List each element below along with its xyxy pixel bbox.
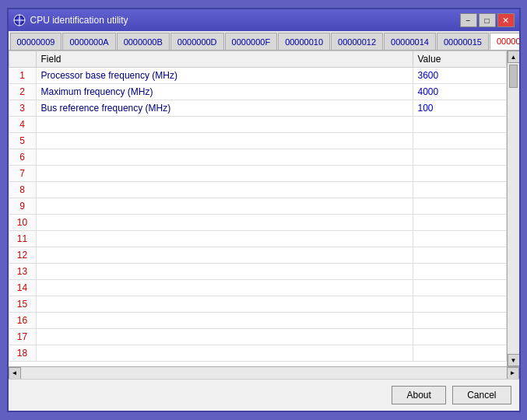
scroll-track <box>508 63 519 354</box>
cell-value: 3600 <box>413 68 506 84</box>
minimize-button[interactable]: − <box>460 13 477 27</box>
cell-row-num: 17 <box>9 329 36 345</box>
window-title: CPU identification utility <box>30 15 128 26</box>
table-row: 10 <box>9 215 506 231</box>
data-table: Field Value 1Processor base frequency (M… <box>9 51 507 362</box>
scroll-right-button[interactable]: ► <box>507 367 519 380</box>
table-row: 9 <box>9 198 506 215</box>
footer: About Cancel <box>9 379 519 411</box>
cell-value <box>413 329 506 345</box>
cell-field <box>36 166 413 182</box>
table-row: 5 <box>9 133 506 149</box>
cell-field <box>36 329 413 345</box>
cell-row-num: 18 <box>9 345 36 362</box>
about-button[interactable]: About <box>392 386 446 404</box>
table-row: 18 <box>9 345 506 362</box>
tab-00000010[interactable]: 00000010 <box>278 33 330 50</box>
cell-row-num: 15 <box>9 296 36 313</box>
tab-0000000F[interactable]: 0000000F <box>225 33 278 50</box>
cell-row-num: 2 <box>9 84 36 100</box>
cell-field <box>36 117 413 133</box>
table-wrapper: Field Value 1Processor base frequency (M… <box>9 51 519 366</box>
col-header-num <box>9 51 36 68</box>
table-row: 2Maximum frequency (MHz)4000 <box>9 84 506 100</box>
cell-field <box>36 231 413 247</box>
cell-row-num: 5 <box>9 133 36 149</box>
cell-field <box>36 345 413 362</box>
table-row: 12 <box>9 247 506 264</box>
table-row: 16 <box>9 313 506 329</box>
title-bar-left: CPU identification utility <box>13 14 128 26</box>
cell-value <box>413 280 506 296</box>
vertical-scrollbar: ▲ ▼ <box>507 51 519 366</box>
content-area: Field Value 1Processor base frequency (M… <box>9 51 519 379</box>
scroll-up-button[interactable]: ▲ <box>508 51 519 63</box>
title-buttons: − □ ✕ <box>460 13 515 27</box>
cell-value <box>413 198 506 215</box>
cell-value: 4000 <box>413 84 506 100</box>
cancel-button[interactable]: Cancel <box>452 386 511 404</box>
tabs-bar: 000000090000000A0000000B0000000D0000000F… <box>9 31 519 51</box>
table-row: 13 <box>9 264 506 280</box>
table-row: 15 <box>9 296 506 313</box>
cell-value <box>413 264 506 280</box>
hscroll-track <box>21 367 507 379</box>
table-scroll-area: Field Value 1Processor base frequency (M… <box>9 51 507 366</box>
main-window: CPU identification utility − □ ✕ 0000000… <box>7 8 521 412</box>
cell-value <box>413 345 506 362</box>
cell-value <box>413 247 506 264</box>
horizontal-scrollbar: ◄ ► <box>9 366 519 379</box>
tab-00000009[interactable]: 00000009 <box>10 33 62 50</box>
table-row: 17 <box>9 329 506 345</box>
cell-value <box>413 182 506 198</box>
cell-value <box>413 149 506 166</box>
table-header-row: Field Value <box>9 51 506 68</box>
cell-field <box>36 215 413 231</box>
cell-row-num: 8 <box>9 182 36 198</box>
cell-row-num: 4 <box>9 117 36 133</box>
app-icon <box>13 14 26 26</box>
tab-0000000D[interactable]: 0000000D <box>170 33 224 50</box>
cell-field: Processor base frequency (MHz) <box>36 68 413 84</box>
cell-field <box>36 264 413 280</box>
cell-field <box>36 313 413 329</box>
restore-button[interactable]: □ <box>479 13 496 27</box>
cell-row-num: 10 <box>9 215 36 231</box>
tab-0000000A[interactable]: 0000000A <box>62 33 115 50</box>
cell-value <box>413 313 506 329</box>
cell-field <box>36 149 413 166</box>
cell-field <box>36 182 413 198</box>
cell-value <box>413 231 506 247</box>
tab-00000014[interactable]: 00000014 <box>384 33 436 50</box>
scroll-thumb[interactable] <box>509 65 518 88</box>
cell-row-num: 13 <box>9 264 36 280</box>
col-header-field: Field <box>36 51 413 68</box>
cell-row-num: 12 <box>9 247 36 264</box>
title-bar: CPU identification utility − □ ✕ <box>9 9 519 31</box>
cell-value <box>413 117 506 133</box>
cell-field <box>36 296 413 313</box>
table-row: 4 <box>9 117 506 133</box>
table-row: 3Bus reference frequency (MHz)100 <box>9 100 506 117</box>
tab-00000015[interactable]: 00000015 <box>437 33 489 50</box>
col-header-value: Value <box>413 51 506 68</box>
cell-field: Maximum frequency (MHz) <box>36 84 413 100</box>
table-row: 11 <box>9 231 506 247</box>
table-row: 7 <box>9 166 506 182</box>
tab-0000000B[interactable]: 0000000B <box>117 33 170 50</box>
cell-row-num: 6 <box>9 149 36 166</box>
cell-row-num: 14 <box>9 280 36 296</box>
cell-row-num: 1 <box>9 68 36 84</box>
close-button[interactable]: ✕ <box>497 13 515 27</box>
cell-field <box>36 247 413 264</box>
cell-row-num: 9 <box>9 198 36 215</box>
cell-field <box>36 280 413 296</box>
cell-field <box>36 198 413 215</box>
tab-00000016[interactable]: 00000016 <box>490 33 519 50</box>
cell-row-num: 11 <box>9 231 36 247</box>
scroll-down-button[interactable]: ▼ <box>508 354 519 366</box>
tab-00000012[interactable]: 00000012 <box>331 33 383 50</box>
cell-field: Bus reference frequency (MHz) <box>36 100 413 117</box>
cell-value <box>413 296 506 313</box>
scroll-left-button[interactable]: ◄ <box>9 367 21 380</box>
